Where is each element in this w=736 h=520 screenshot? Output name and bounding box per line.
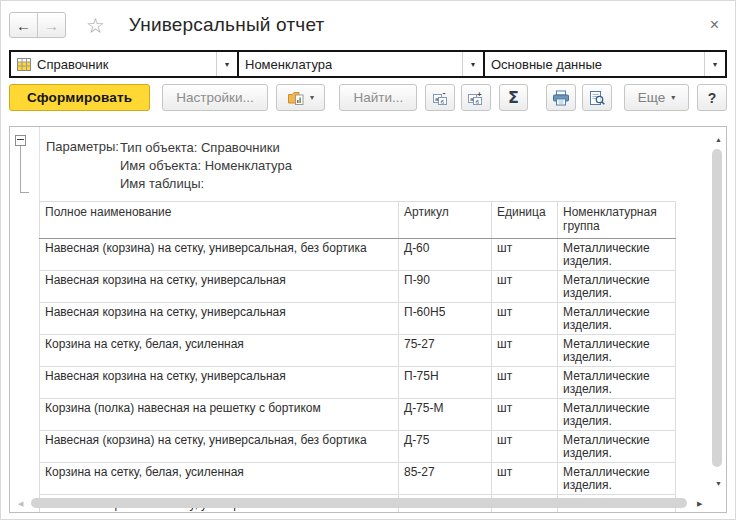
- print-button[interactable]: [546, 84, 576, 111]
- table-row: Корзина на сетку, белая, усиленная 85-27…: [40, 463, 676, 495]
- report-toolbar: Сформировать Настройки... ▾ Найти... а б…: [9, 84, 727, 111]
- cell-unit[interactable]: шт: [492, 431, 558, 463]
- sum-button[interactable]: Σ: [499, 84, 529, 111]
- cell-article[interactable]: П-90: [399, 271, 492, 303]
- back-button[interactable]: ←: [10, 13, 37, 37]
- chevron-down-icon[interactable]: ▾: [216, 52, 237, 76]
- expand-groups-icon: а б +: [467, 90, 484, 106]
- vertical-scrollbar-thumb[interactable]: [712, 149, 722, 467]
- column-header-unit[interactable]: Единица: [492, 202, 558, 239]
- group-bracket-hook: [20, 192, 29, 193]
- more-label: Еще: [638, 90, 665, 105]
- generate-button[interactable]: Сформировать: [9, 84, 150, 111]
- universal-report-window: ← → ☆ Универсальный отчет × Справочник ▾…: [0, 0, 736, 520]
- cell-unit[interactable]: шт: [492, 303, 558, 335]
- cell-article[interactable]: 75-27: [399, 335, 492, 367]
- more-button[interactable]: Еще ▾: [624, 84, 689, 111]
- table-icon: [17, 58, 31, 71]
- table-row: Корзина на сетку, белая, усиленная 75-27…: [40, 335, 676, 367]
- object-name-value: Номенклатура: [245, 57, 332, 72]
- titlebar: ← → ☆ Универсальный отчет ×: [1, 1, 735, 47]
- table-row: Навесная (корзина) на сетку, универсальн…: [40, 239, 676, 271]
- settings-button[interactable]: Настройки...: [162, 84, 267, 111]
- cell-unit[interactable]: шт: [492, 335, 558, 367]
- svg-text:б: б: [440, 98, 444, 104]
- help-button[interactable]: ?: [697, 84, 727, 111]
- parameter-line: Имя объекта: Номенклатура: [120, 157, 292, 175]
- print-preview-icon: [588, 90, 606, 106]
- cell-full-name[interactable]: Корзина на сетку, белая, усиленная: [40, 335, 399, 367]
- cell-article[interactable]: Д-60: [399, 239, 492, 271]
- column-header-article[interactable]: Артикул: [399, 202, 492, 239]
- svg-text:-: -: [442, 90, 445, 98]
- collapse-groups-button[interactable]: а б -: [425, 84, 455, 111]
- object-name-combo[interactable]: Номенклатура ▾: [237, 52, 483, 76]
- svg-text:б: б: [476, 98, 480, 104]
- cell-group[interactable]: Металлические изделия.: [558, 303, 676, 335]
- report-output-area: Параметры: Тип объекта: Справочники Имя …: [9, 126, 727, 513]
- group-bracket-line: [20, 146, 21, 192]
- cell-unit[interactable]: шт: [492, 271, 558, 303]
- preview-button[interactable]: [582, 84, 612, 111]
- report-parameters: Параметры: Тип объекта: Справочники Имя …: [46, 139, 292, 193]
- cell-full-name[interactable]: Навесная корзина на сетку, универсальная: [40, 271, 399, 303]
- cell-article[interactable]: П-75Н: [399, 367, 492, 399]
- data-kind-combo[interactable]: Основные данные ▾: [483, 52, 725, 76]
- table-row: Навесная корзина на сетку, универсальная…: [40, 303, 676, 335]
- table-row: Навесная корзина на сетку, универсальная…: [40, 271, 676, 303]
- scroll-up-icon[interactable]: ▲: [715, 136, 722, 143]
- favorite-star-icon[interactable]: ☆: [86, 15, 105, 36]
- table-header-row: Полное наименование Артикул Единица Номе…: [40, 202, 676, 239]
- cell-group[interactable]: Металлические изделия.: [558, 367, 676, 399]
- parameters-label: Параметры:: [46, 139, 120, 193]
- chevron-down-icon[interactable]: ▾: [462, 52, 483, 76]
- cell-group[interactable]: Металлические изделия.: [558, 271, 676, 303]
- cell-unit[interactable]: шт: [492, 399, 558, 431]
- cell-full-name[interactable]: Навесная (корзина) на сетку, универсальн…: [40, 431, 399, 463]
- cell-full-name[interactable]: Корзина на сетку, белая, усиленная: [40, 463, 399, 495]
- collapse-groups-icon: а б -: [432, 90, 449, 106]
- report-source-selectors: Справочник ▾ Номенклатура ▾ Основные дан…: [9, 50, 727, 78]
- cell-article[interactable]: Д-75-М: [399, 399, 492, 431]
- table-row: Навесная корзина на сетку, универсальная…: [40, 367, 676, 399]
- horizontal-scrollbar-thumb[interactable]: [31, 498, 687, 508]
- close-icon[interactable]: ×: [706, 17, 723, 33]
- cell-article[interactable]: П-60Н5: [399, 303, 492, 335]
- page-title: Универсальный отчет: [129, 14, 325, 36]
- chevron-down-icon[interactable]: ▾: [704, 52, 725, 76]
- expand-groups-button[interactable]: а б +: [461, 84, 491, 111]
- scroll-left-icon[interactable]: ◀: [18, 500, 23, 507]
- cell-article[interactable]: Д-75: [399, 431, 492, 463]
- chevron-down-icon: ▾: [310, 93, 314, 102]
- cell-full-name[interactable]: Корзина (полка) навесная на решетку с бо…: [40, 399, 399, 431]
- column-header-full-name[interactable]: Полное наименование: [40, 202, 399, 239]
- object-type-combo[interactable]: Справочник ▾: [11, 52, 237, 76]
- svg-text:+: +: [477, 90, 482, 99]
- printer-icon: [552, 90, 570, 106]
- find-button[interactable]: Найти...: [339, 84, 417, 111]
- cell-article[interactable]: 85-27: [399, 463, 492, 495]
- cell-full-name[interactable]: Навесная (корзина) на сетку, универсальн…: [40, 239, 399, 271]
- collapse-group-toggle[interactable]: [15, 135, 26, 146]
- scroll-down-icon[interactable]: ▼: [715, 480, 722, 487]
- report-variant-button[interactable]: ▾: [276, 84, 326, 111]
- cell-unit[interactable]: шт: [492, 239, 558, 271]
- parameter-line: Тип объекта: Справочники: [120, 139, 292, 157]
- column-header-group[interactable]: Номенклатурная группа: [558, 202, 676, 239]
- parameters-values: Тип объекта: Справочники Имя объекта: Но…: [120, 139, 292, 193]
- object-type-value: Справочник: [37, 57, 109, 72]
- help-label: ?: [708, 90, 717, 106]
- cell-group[interactable]: Металлические изделия.: [558, 239, 676, 271]
- forward-button[interactable]: →: [37, 13, 65, 37]
- cell-full-name[interactable]: Навесная корзина на сетку, универсальная: [40, 367, 399, 399]
- scroll-right-icon[interactable]: ▶: [697, 500, 702, 507]
- cell-group[interactable]: Металлические изделия.: [558, 463, 676, 495]
- table-row: Навесная (корзина) на сетку, универсальн…: [40, 431, 676, 463]
- cell-group[interactable]: Металлические изделия.: [558, 399, 676, 431]
- cell-group[interactable]: Металлические изделия.: [558, 335, 676, 367]
- cell-group[interactable]: Металлические изделия.: [558, 431, 676, 463]
- cell-unit[interactable]: шт: [492, 367, 558, 399]
- cell-unit[interactable]: шт: [492, 463, 558, 495]
- cell-full-name[interactable]: Навесная корзина на сетку, универсальная: [40, 303, 399, 335]
- parameter-line: Имя таблицы:: [120, 175, 292, 193]
